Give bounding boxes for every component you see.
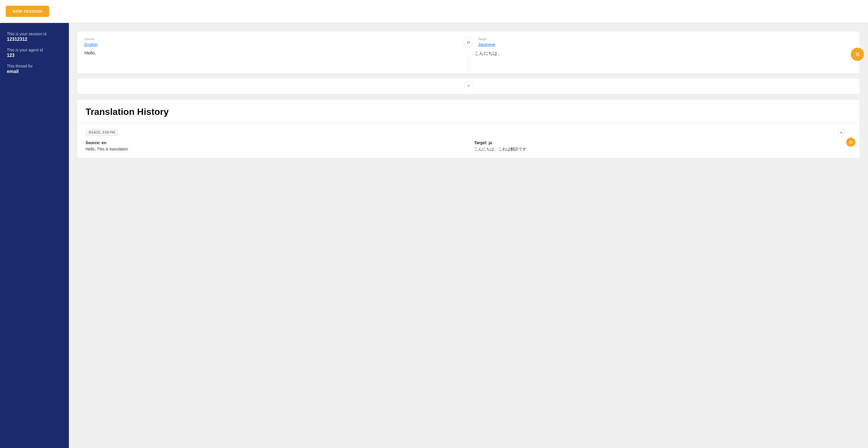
thread-value: email (7, 69, 62, 74)
swap-languages-button[interactable]: ⇄ (464, 37, 473, 47)
swap-icon: ⇄ (467, 40, 470, 44)
translator-inputs (84, 51, 852, 73)
expand-button[interactable]: ∨ (464, 81, 473, 90)
target-input-section (474, 51, 853, 73)
expand-icon: ∨ (467, 84, 470, 88)
history-item: 9/14/22, 3:09 PM ✕ ⧉ Source: en Hello, T… (78, 123, 859, 158)
top-bar: NEW SESSION (0, 0, 868, 23)
history-source-col: Source: en Hello, This is translation (86, 141, 463, 152)
copy-icon: ⧉ (856, 51, 859, 57)
history-title: Translation History (86, 107, 851, 117)
agent-value: 123 (7, 53, 62, 58)
history-timestamp: 9/14/22, 3:09 PM (86, 129, 118, 136)
content-area: Source English ⇄ Target Japanese (69, 23, 868, 448)
session-info: This is your session id 12312312 (7, 32, 62, 42)
target-label: Target (478, 37, 852, 41)
history-item-copy-button[interactable]: ⧉ (846, 138, 856, 147)
history-translations: Source: en Hello, This is translation Ta… (86, 141, 851, 152)
history-card: Translation History 9/14/22, 3:09 PM ✕ ⧉… (78, 100, 859, 158)
history-source-text: Hello, This is translation (86, 147, 463, 151)
new-session-button[interactable]: NEW SESSION (6, 6, 49, 17)
copy-icon: ⧉ (849, 140, 852, 145)
close-icon: ✕ (840, 131, 843, 135)
copy-fab-button[interactable]: ⧉ (851, 48, 864, 61)
history-source-label: Source: en (86, 141, 463, 145)
source-text-input[interactable] (84, 51, 463, 68)
sidebar: This is your session id 12312312 This is… (0, 23, 69, 448)
translator-card: Source English ⇄ Target Japanese (78, 32, 859, 74)
source-lang-section: Source English (84, 37, 459, 47)
main-layout: This is your session id 12312312 This is… (0, 23, 868, 448)
source-label: Source (84, 37, 459, 41)
session-label: This is your session id (7, 32, 62, 36)
translator-divider (78, 73, 859, 74)
thread-label: This thread for (7, 64, 62, 68)
input-divider (468, 51, 469, 73)
target-lang-section: Target Japanese (478, 37, 852, 47)
history-target-label: Target: ja (474, 141, 851, 145)
history-target-col: Target: ja こんにちは、これは翻訳です (474, 141, 851, 152)
source-lang-button[interactable]: English (84, 42, 98, 47)
agent-label: This is your agent id (7, 48, 62, 52)
source-input-section (84, 51, 463, 73)
thread-info: This thread for email (7, 64, 62, 74)
translator-header: Source English ⇄ Target Japanese (84, 37, 852, 47)
expand-row: ∨ (78, 79, 859, 94)
agent-info: This is your agent id 123 (7, 48, 62, 58)
history-item-close-button[interactable]: ✕ (838, 129, 845, 137)
translator-wrapper: Source English ⇄ Target Japanese (78, 32, 859, 94)
history-target-text: こんにちは、これは翻訳です (474, 147, 851, 152)
target-lang-button[interactable]: Japanese (478, 42, 495, 47)
session-value: 12312312 (7, 37, 62, 42)
target-text-output[interactable] (474, 51, 853, 68)
history-header: Translation History (78, 100, 859, 123)
